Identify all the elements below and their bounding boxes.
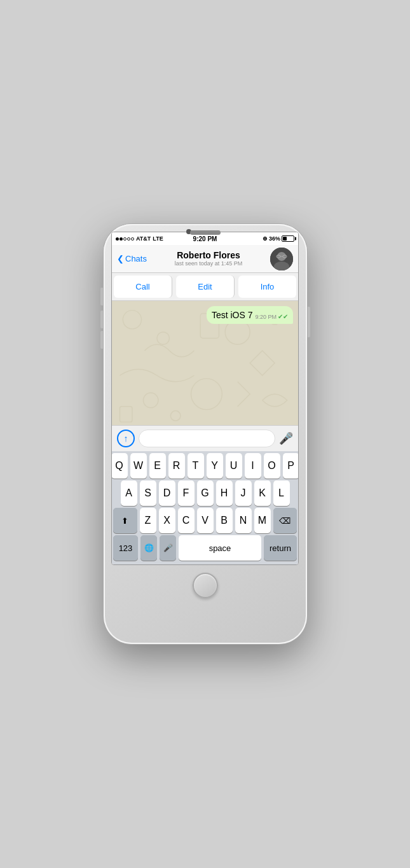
svg-point-7	[157, 332, 170, 345]
attach-button[interactable]: ↑	[117, 430, 135, 447]
signal-dot-2	[120, 237, 123, 241]
home-button-area	[193, 569, 218, 602]
key-z[interactable]: Z	[140, 508, 156, 533]
keyboard-row-2: A S D F G H J K L	[112, 479, 298, 506]
microphone-icon[interactable]: 🎤	[279, 431, 293, 445]
battery-percent: 36%	[269, 235, 280, 242]
call-button[interactable]: Call	[114, 276, 172, 298]
home-button[interactable]	[193, 573, 218, 598]
signal-dot-3	[123, 237, 126, 241]
message-time: 9:20 PM	[255, 314, 277, 320]
status-left: AT&T LTE	[116, 235, 163, 242]
key-g[interactable]: G	[197, 480, 214, 506]
action-buttons-bar: Call Edit Info	[112, 273, 298, 301]
carrier-label: AT&T	[136, 235, 151, 242]
key-v[interactable]: V	[197, 508, 214, 533]
message-status: ✔✔	[278, 313, 288, 320]
signal-dot-5	[131, 237, 134, 241]
phone-frame: AT&T LTE 9:20 PM ⊕ 36% ❮ Chats Roberto F…	[104, 224, 307, 644]
numbers-key[interactable]: 123	[113, 535, 138, 561]
battery-fill	[283, 237, 287, 241]
chat-area: Test iOS 7 9:20 PM ✔✔	[112, 301, 298, 425]
key-u[interactable]: U	[226, 453, 242, 479]
keyboard-bottom-row: 123 🌐 🎤 space return	[112, 533, 298, 564]
message-text: Test iOS 7	[212, 310, 253, 320]
mic-key[interactable]: 🎤	[160, 535, 176, 561]
message-bubble: Test iOS 7 9:20 PM ✔✔	[207, 306, 293, 324]
nav-bar: ❮ Chats Roberto Flores last seen today a…	[112, 245, 298, 273]
input-area: ↑ 🎤	[112, 425, 298, 451]
signal-dot-1	[116, 237, 119, 241]
svg-point-14	[170, 411, 181, 421]
key-e[interactable]: E	[149, 453, 166, 479]
speaker	[190, 230, 221, 235]
key-a[interactable]: A	[121, 480, 137, 506]
svg-point-11	[191, 379, 222, 410]
last-seen: last seen today at 1:45 PM	[147, 260, 270, 267]
svg-point-12	[143, 393, 158, 407]
key-k[interactable]: K	[254, 480, 271, 506]
back-button[interactable]: ❮ Chats	[117, 254, 147, 263]
key-t[interactable]: T	[188, 453, 204, 479]
key-x[interactable]: X	[159, 508, 175, 533]
key-w[interactable]: W	[130, 453, 147, 479]
message-meta: 9:20 PM ✔✔	[255, 313, 288, 320]
key-s[interactable]: S	[140, 480, 156, 506]
key-m[interactable]: M	[254, 508, 271, 533]
avatar-image	[270, 248, 293, 270]
space-key[interactable]: space	[179, 535, 261, 561]
key-o[interactable]: O	[264, 453, 280, 479]
key-j[interactable]: J	[235, 480, 252, 506]
edit-button[interactable]: Edit	[176, 276, 235, 298]
keyboard-row-1: Q W E R T Y U I O P	[112, 451, 298, 479]
nav-center: Roberto Flores last seen today at 1:45 P…	[147, 251, 270, 267]
screen: AT&T LTE 9:20 PM ⊕ 36% ❮ Chats Roberto F…	[111, 232, 299, 565]
key-b[interactable]: B	[216, 508, 233, 533]
lock-icon: ⊕	[263, 235, 268, 242]
keyboard: Q W E R T Y U I O P A S D F G H J K	[112, 451, 298, 564]
key-c[interactable]: C	[178, 508, 195, 533]
key-r[interactable]: R	[168, 453, 185, 479]
signal-bars	[116, 237, 134, 241]
info-button[interactable]: Info	[238, 276, 296, 298]
time-label: 9:20 PM	[193, 235, 217, 242]
globe-key[interactable]: 🌐	[140, 535, 157, 561]
key-i[interactable]: I	[245, 453, 261, 479]
key-f[interactable]: F	[178, 480, 195, 506]
chat-messages: Test iOS 7 9:20 PM ✔✔	[112, 301, 298, 329]
key-y[interactable]: Y	[207, 453, 223, 479]
key-d[interactable]: D	[159, 480, 175, 506]
message-input[interactable]	[139, 430, 275, 447]
battery-icon	[282, 235, 294, 242]
contact-name: Roberto Flores	[147, 251, 270, 260]
key-p[interactable]: P	[283, 453, 299, 479]
avatar[interactable]	[270, 248, 293, 270]
back-label: Chats	[125, 254, 147, 263]
keyboard-row-3: ⬆ Z X C V B N M ⌫	[112, 506, 298, 533]
arrow-up-icon: ↑	[124, 433, 128, 444]
network-label: LTE	[153, 235, 163, 242]
key-l[interactable]: L	[273, 480, 290, 506]
svg-rect-13	[120, 407, 132, 422]
shift-key[interactable]: ⬆	[113, 508, 137, 533]
key-n[interactable]: N	[235, 508, 252, 533]
status-right: ⊕ 36%	[263, 235, 294, 242]
chevron-left-icon: ❮	[117, 254, 124, 263]
key-q[interactable]: Q	[111, 453, 128, 479]
signal-dot-4	[127, 237, 130, 241]
return-key[interactable]: return	[264, 535, 297, 561]
delete-key[interactable]: ⌫	[273, 508, 297, 533]
key-h[interactable]: H	[216, 480, 233, 506]
